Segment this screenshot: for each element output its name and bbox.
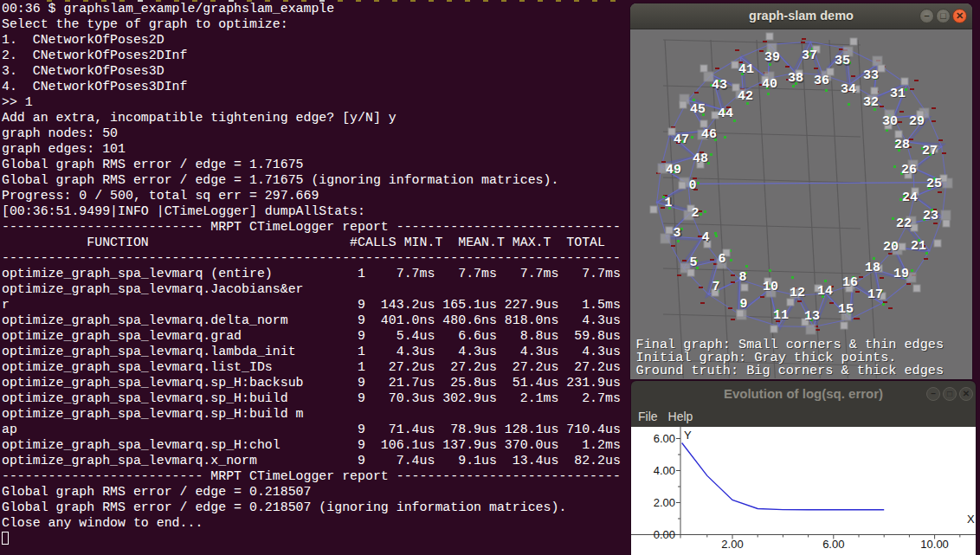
svg-text:2.00: 2.00 <box>721 538 743 551</box>
svg-text:0.00: 0.00 <box>654 528 675 541</box>
svg-text:21: 21 <box>911 239 926 254</box>
svg-text:41: 41 <box>738 62 754 77</box>
svg-text:14: 14 <box>817 284 833 299</box>
svg-text:5: 5 <box>689 255 697 270</box>
svg-text:25: 25 <box>926 177 942 191</box>
svg-text:11: 11 <box>773 308 789 323</box>
svg-text:37: 37 <box>802 48 817 63</box>
svg-text:46: 46 <box>701 127 717 142</box>
svg-text:2: 2 <box>691 206 699 221</box>
svg-text:29: 29 <box>909 114 925 129</box>
svg-text:2.00: 2.00 <box>654 496 675 509</box>
svg-text:9: 9 <box>739 297 747 312</box>
svg-text:10.00: 10.00 <box>920 538 949 551</box>
svg-text:8: 8 <box>738 270 746 285</box>
svg-text:39: 39 <box>764 50 780 65</box>
svg-text:17: 17 <box>867 287 883 302</box>
svg-text:42: 42 <box>738 89 753 104</box>
svg-text:24: 24 <box>902 190 918 205</box>
svg-text:44: 44 <box>718 106 733 121</box>
svg-text:48: 48 <box>693 152 708 166</box>
svg-text:1: 1 <box>664 196 672 210</box>
svg-text:28: 28 <box>894 138 910 152</box>
svg-text:43: 43 <box>712 78 727 93</box>
svg-text:16: 16 <box>842 275 858 290</box>
svg-text:33: 33 <box>863 68 879 83</box>
svg-text:32: 32 <box>863 95 879 110</box>
svg-text:4.00: 4.00 <box>654 464 675 477</box>
svg-text:47: 47 <box>674 132 689 147</box>
svg-text:23: 23 <box>923 209 938 223</box>
svg-text:10: 10 <box>763 280 778 294</box>
svg-text:27: 27 <box>922 144 938 158</box>
svg-text:45: 45 <box>690 102 706 117</box>
svg-text:38: 38 <box>788 71 803 86</box>
svg-text:18: 18 <box>865 261 880 275</box>
svg-text:36: 36 <box>814 74 829 88</box>
svg-text:X: X <box>967 513 975 526</box>
svg-text:20: 20 <box>883 240 899 255</box>
svg-text:34: 34 <box>841 82 856 97</box>
svg-text:0: 0 <box>688 178 696 193</box>
svg-text:13: 13 <box>804 309 820 324</box>
svg-text:49: 49 <box>666 163 681 177</box>
svg-text:15: 15 <box>838 302 854 317</box>
svg-text:31: 31 <box>890 87 906 101</box>
svg-text:4: 4 <box>701 230 709 245</box>
svg-text:6.00: 6.00 <box>822 538 844 551</box>
svg-text:6: 6 <box>718 252 725 267</box>
svg-text:22: 22 <box>896 216 912 231</box>
svg-text:35: 35 <box>835 54 850 68</box>
svg-text:26: 26 <box>901 163 917 177</box>
svg-text:30: 30 <box>882 114 898 129</box>
svg-text:12: 12 <box>790 286 805 300</box>
svg-text:3: 3 <box>673 226 680 241</box>
svg-text:7: 7 <box>712 280 719 294</box>
svg-text:Y: Y <box>684 429 692 442</box>
svg-text:40: 40 <box>762 77 777 92</box>
svg-text:Ground truth: Big corners & th: Ground truth: Big corners & thick edges <box>636 363 944 378</box>
svg-text:19: 19 <box>893 267 909 281</box>
svg-text:6.00: 6.00 <box>654 432 675 445</box>
